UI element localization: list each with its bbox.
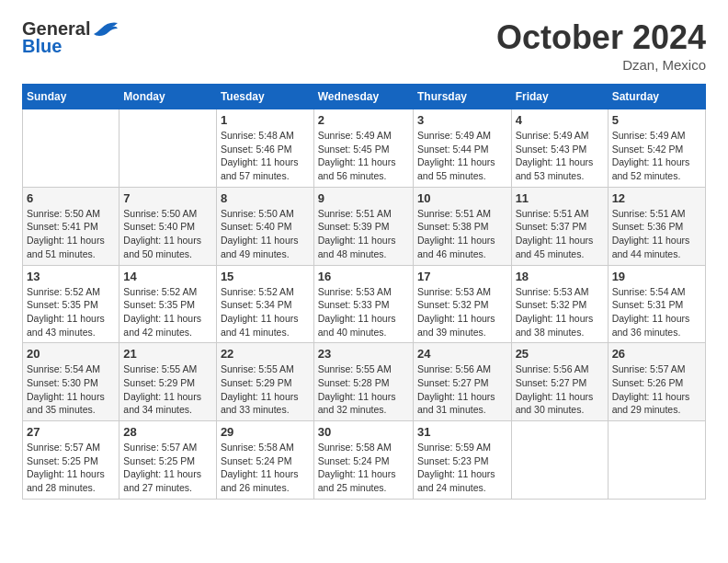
table-row: 30Sunrise: 5:58 AMSunset: 5:24 PMDayligh… [313, 421, 413, 500]
table-row: 10Sunrise: 5:51 AMSunset: 5:38 PMDayligh… [413, 187, 511, 265]
day-number: 5 [612, 113, 701, 127]
day-info: Sunrise: 5:58 AMSunset: 5:24 PMDaylight:… [221, 441, 310, 495]
day-info: Sunrise: 5:57 AMSunset: 5:25 PMDaylight:… [123, 441, 212, 495]
day-number: 18 [516, 270, 604, 283]
table-row: 8Sunrise: 5:50 AMSunset: 5:40 PMDaylight… [216, 187, 313, 265]
calendar-subtitle: Dzan, Mexico [496, 57, 706, 73]
logo: General Blue [22, 18, 119, 57]
day-info: Sunrise: 5:53 AMSunset: 5:33 PMDaylight:… [318, 285, 409, 339]
page: General Blue October 2024 Dzan, Mexico S… [0, 0, 728, 514]
logo-blue: Blue [22, 36, 62, 57]
day-number: 10 [417, 191, 507, 205]
day-info: Sunrise: 5:51 AMSunset: 5:36 PMDaylight:… [612, 207, 701, 261]
day-number: 16 [318, 270, 409, 283]
day-number: 7 [123, 191, 212, 205]
day-number: 20 [27, 347, 115, 361]
day-info: Sunrise: 5:59 AMSunset: 5:23 PMDaylight:… [417, 441, 507, 495]
table-row [608, 421, 705, 500]
day-number: 23 [318, 347, 409, 361]
day-info: Sunrise: 5:49 AMSunset: 5:42 PMDaylight:… [612, 129, 701, 183]
day-number: 14 [123, 270, 212, 283]
table-row: 24Sunrise: 5:56 AMSunset: 5:27 PMDayligh… [413, 343, 511, 421]
table-row: 15Sunrise: 5:52 AMSunset: 5:34 PMDayligh… [216, 265, 313, 343]
day-info: Sunrise: 5:55 AMSunset: 5:29 PMDaylight:… [123, 362, 212, 417]
table-row: 2Sunrise: 5:49 AMSunset: 5:45 PMDaylight… [313, 109, 413, 188]
day-number: 25 [516, 347, 604, 361]
day-number: 21 [123, 347, 212, 361]
header-friday: Friday [511, 85, 608, 109]
day-info: Sunrise: 5:56 AMSunset: 5:27 PMDaylight:… [516, 362, 604, 417]
day-info: Sunrise: 5:57 AMSunset: 5:26 PMDaylight:… [612, 362, 701, 417]
calendar-table: Sunday Monday Tuesday Wednesday Thursday… [22, 84, 706, 500]
table-row [23, 109, 119, 188]
day-number: 31 [417, 425, 507, 439]
table-row: 5Sunrise: 5:49 AMSunset: 5:42 PMDaylight… [608, 109, 705, 188]
table-row: 17Sunrise: 5:53 AMSunset: 5:32 PMDayligh… [413, 265, 511, 343]
day-number: 30 [318, 425, 409, 439]
table-row: 23Sunrise: 5:55 AMSunset: 5:28 PMDayligh… [313, 343, 413, 421]
day-number: 17 [417, 270, 507, 283]
table-row: 21Sunrise: 5:55 AMSunset: 5:29 PMDayligh… [119, 343, 217, 421]
table-row: 29Sunrise: 5:58 AMSunset: 5:24 PMDayligh… [216, 421, 313, 500]
day-info: Sunrise: 5:56 AMSunset: 5:27 PMDaylight:… [417, 362, 507, 417]
header-thursday: Thursday [413, 85, 511, 109]
day-info: Sunrise: 5:52 AMSunset: 5:35 PMDaylight:… [123, 285, 212, 339]
day-info: Sunrise: 5:54 AMSunset: 5:30 PMDaylight:… [27, 362, 115, 417]
table-row: 19Sunrise: 5:54 AMSunset: 5:31 PMDayligh… [608, 265, 705, 343]
table-row: 7Sunrise: 5:50 AMSunset: 5:40 PMDaylight… [119, 187, 217, 265]
day-number: 3 [417, 113, 507, 127]
day-number: 19 [612, 270, 701, 283]
day-info: Sunrise: 5:58 AMSunset: 5:24 PMDaylight:… [318, 441, 409, 495]
day-info: Sunrise: 5:52 AMSunset: 5:34 PMDaylight:… [221, 285, 310, 339]
header: General Blue October 2024 Dzan, Mexico [22, 18, 706, 73]
day-number: 11 [516, 191, 604, 205]
day-number: 13 [27, 270, 115, 283]
day-info: Sunrise: 5:55 AMSunset: 5:29 PMDaylight:… [221, 362, 310, 417]
day-number: 26 [612, 347, 701, 361]
header-sunday: Sunday [23, 85, 119, 109]
calendar-title: October 2024 [496, 18, 706, 57]
header-wednesday: Wednesday [313, 85, 413, 109]
table-row: 6Sunrise: 5:50 AMSunset: 5:41 PMDaylight… [23, 187, 119, 265]
table-row: 28Sunrise: 5:57 AMSunset: 5:25 PMDayligh… [119, 421, 217, 500]
day-info: Sunrise: 5:53 AMSunset: 5:32 PMDaylight:… [417, 285, 507, 339]
day-info: Sunrise: 5:49 AMSunset: 5:45 PMDaylight:… [318, 129, 409, 183]
day-number: 8 [221, 191, 310, 205]
day-info: Sunrise: 5:50 AMSunset: 5:40 PMDaylight:… [123, 207, 212, 261]
day-number: 6 [27, 191, 115, 205]
day-info: Sunrise: 5:50 AMSunset: 5:40 PMDaylight:… [221, 207, 310, 261]
day-info: Sunrise: 5:49 AMSunset: 5:43 PMDaylight:… [516, 129, 604, 183]
title-block: October 2024 Dzan, Mexico [496, 18, 706, 73]
table-row: 31Sunrise: 5:59 AMSunset: 5:23 PMDayligh… [413, 421, 511, 500]
table-row: 16Sunrise: 5:53 AMSunset: 5:33 PMDayligh… [313, 265, 413, 343]
day-number: 28 [123, 425, 212, 439]
day-number: 24 [417, 347, 507, 361]
table-row: 22Sunrise: 5:55 AMSunset: 5:29 PMDayligh… [216, 343, 313, 421]
day-info: Sunrise: 5:51 AMSunset: 5:39 PMDaylight:… [318, 207, 409, 261]
day-info: Sunrise: 5:53 AMSunset: 5:32 PMDaylight:… [516, 285, 604, 339]
logo-bird-icon [92, 19, 119, 40]
day-info: Sunrise: 5:51 AMSunset: 5:37 PMDaylight:… [516, 207, 604, 261]
calendar-header-row: Sunday Monday Tuesday Wednesday Thursday… [23, 85, 706, 109]
table-row [511, 421, 608, 500]
day-number: 12 [612, 191, 701, 205]
header-saturday: Saturday [608, 85, 705, 109]
day-number: 4 [516, 113, 604, 127]
day-info: Sunrise: 5:49 AMSunset: 5:44 PMDaylight:… [417, 129, 507, 183]
day-info: Sunrise: 5:54 AMSunset: 5:31 PMDaylight:… [612, 285, 701, 339]
day-info: Sunrise: 5:52 AMSunset: 5:35 PMDaylight:… [27, 285, 115, 339]
table-row: 26Sunrise: 5:57 AMSunset: 5:26 PMDayligh… [608, 343, 705, 421]
day-number: 1 [221, 113, 310, 127]
table-row: 9Sunrise: 5:51 AMSunset: 5:39 PMDaylight… [313, 187, 413, 265]
day-number: 9 [318, 191, 409, 205]
table-row: 27Sunrise: 5:57 AMSunset: 5:25 PMDayligh… [23, 421, 119, 500]
day-number: 22 [221, 347, 310, 361]
table-row: 25Sunrise: 5:56 AMSunset: 5:27 PMDayligh… [511, 343, 608, 421]
table-row: 13Sunrise: 5:52 AMSunset: 5:35 PMDayligh… [23, 265, 119, 343]
table-row: 12Sunrise: 5:51 AMSunset: 5:36 PMDayligh… [608, 187, 705, 265]
header-tuesday: Tuesday [216, 85, 313, 109]
table-row: 3Sunrise: 5:49 AMSunset: 5:44 PMDaylight… [413, 109, 511, 188]
day-number: 15 [221, 270, 310, 283]
day-info: Sunrise: 5:57 AMSunset: 5:25 PMDaylight:… [27, 441, 115, 495]
table-row: 14Sunrise: 5:52 AMSunset: 5:35 PMDayligh… [119, 265, 217, 343]
